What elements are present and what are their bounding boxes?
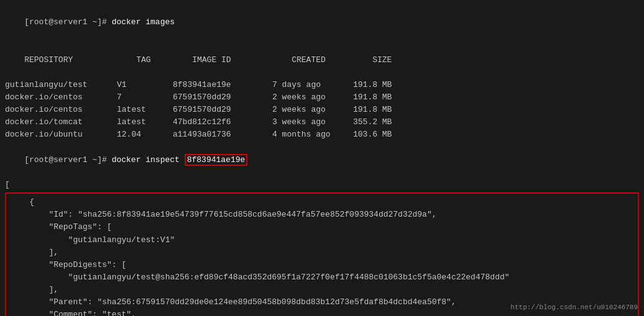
header-tag: TAG — [136, 54, 192, 66]
json-line: { — [10, 196, 634, 209]
json-line: "Id": "sha256:8f83941ae19e54739f77615cd8… — [10, 209, 634, 221]
cmd-2-highlight: 8f83941ae19e — [185, 154, 248, 166]
cell-tag: 12.04 — [117, 129, 173, 141]
cell-tag: latest — [117, 116, 173, 129]
cell-tag: 7 — [117, 91, 173, 104]
cell-created: 3 weeks ago — [272, 116, 353, 129]
table-row: docker.io/centos767591570dd292 weeks ago… — [5, 91, 639, 104]
cell-size: 191.8 MB — [353, 79, 392, 91]
table-row: docker.io/ubuntu12.04a11493a017364 month… — [5, 129, 639, 141]
json-line: "RepoTags": [ — [10, 221, 634, 233]
terminal: [root@server1 ~]# docker images REPOSITO… — [0, 0, 644, 316]
table-row: docker.io/tomcatlatest47bd812c12f63 week… — [5, 116, 639, 129]
cell-id: 47bd812c12f6 — [173, 116, 272, 129]
json-line: "RepoDigests": [ — [10, 259, 634, 271]
cell-size: 103.6 MB — [353, 129, 392, 141]
json-line: ], — [10, 284, 634, 296]
cell-tag: latest — [117, 104, 173, 116]
watermark: http://blog.csdn.net/u010246789 — [510, 304, 638, 311]
header-created: CREATED — [292, 54, 372, 66]
table-header: REPOSITORYTAGIMAGE IDCREATEDSIZE — [5, 41, 639, 78]
cell-created: 7 days ago — [272, 79, 353, 91]
table-row: gutianlangyu/testV18f83941ae19e7 days ag… — [5, 79, 639, 91]
table-row: docker.io/centoslatest67591570dd292 week… — [5, 104, 639, 116]
cell-id: 8f83941ae19e — [173, 79, 272, 91]
json-line: "gutianlangyu/test:V1" — [10, 234, 634, 246]
json-output: { "Id": "sha256:8f83941ae19e54739f77615c… — [5, 192, 639, 316]
cell-tag: V1 — [117, 79, 173, 91]
cell-id: 67591570dd29 — [173, 104, 272, 116]
cell-created: 2 weeks ago — [272, 104, 353, 116]
bracket-open: [ — [5, 179, 639, 191]
json-lines-container: { "Id": "sha256:8f83941ae19e54739f77615c… — [10, 196, 634, 316]
cell-created: 2 weeks ago — [272, 91, 353, 104]
image-table: gutianlangyu/testV18f83941ae19e7 days ag… — [5, 79, 639, 142]
cell-repo: gutianlangyu/test — [5, 79, 117, 91]
cell-repo: docker.io/ubuntu — [5, 129, 117, 141]
command-line-1: [root@server1 ~]# docker images — [5, 4, 639, 41]
json-line: ], — [10, 246, 634, 259]
header-size: SIZE — [372, 54, 392, 66]
header-id: IMAGE ID — [192, 54, 292, 66]
cmd-1: docker images — [112, 17, 175, 27]
cell-size: 355.2 MB — [353, 116, 392, 129]
cell-repo: docker.io/centos — [5, 104, 117, 116]
prompt-2: [root@server1 ~]# — [24, 155, 111, 165]
cell-id: 67591570dd29 — [173, 91, 272, 104]
header-repo: REPOSITORY — [24, 54, 136, 66]
cmd-2-plain: docker inspect — [112, 155, 185, 165]
cell-repo: docker.io/centos — [5, 91, 117, 104]
cell-repo: docker.io/tomcat — [5, 116, 117, 129]
json-line: "gutianlangyu/test@sha256:efd89cf48acd35… — [10, 271, 634, 284]
cell-created: 4 months ago — [272, 129, 353, 141]
cell-size: 191.8 MB — [353, 91, 392, 104]
prompt-1: [root@server1 ~]# — [24, 17, 111, 27]
cell-size: 191.8 MB — [353, 104, 392, 116]
cell-id: a11493a01736 — [173, 129, 272, 141]
command-line-2: [root@server1 ~]# docker inspect 8f83941… — [5, 142, 639, 179]
